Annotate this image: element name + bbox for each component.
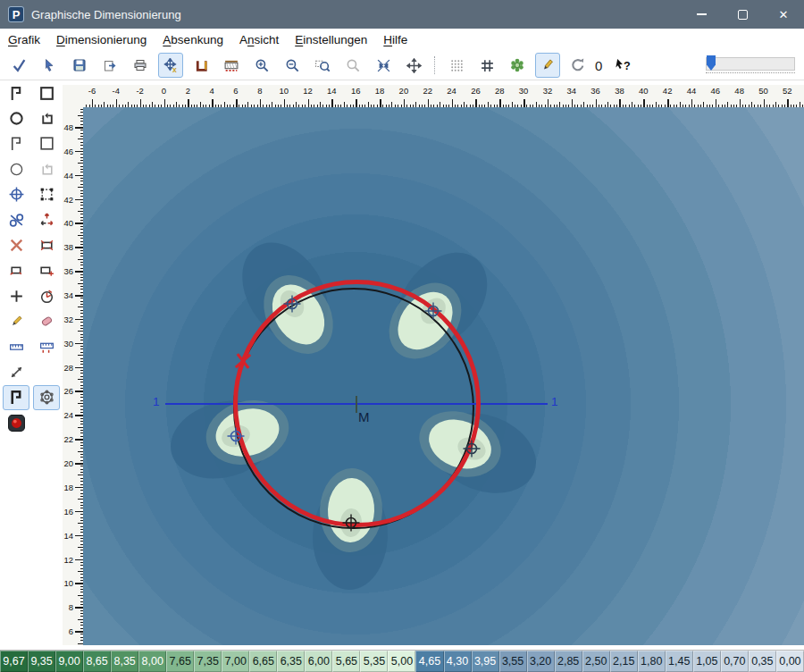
well-crosshair: [281, 292, 304, 319]
ruler-marks-icon: [38, 339, 55, 356]
ruler-label: 4: [210, 86, 214, 96]
zoom-window-icon: [314, 58, 331, 73]
ruler-label: 32: [543, 86, 553, 96]
ruler-label: 16: [351, 86, 361, 96]
edit-rectangle-tool[interactable]: [33, 131, 60, 156]
ruler-tick: [404, 99, 406, 107]
ruler-tick: [260, 99, 262, 107]
well-gear-tool[interactable]: [33, 385, 60, 410]
ruler-label: -2: [136, 86, 143, 96]
print-button[interactable]: [128, 53, 153, 78]
drawdown-table-button[interactable]: [219, 53, 244, 78]
zoom-previous-button[interactable]: [340, 53, 365, 78]
svg-text:x: x: [172, 64, 177, 72]
save-button[interactable]: [67, 53, 92, 78]
slider-track[interactable]: [706, 57, 795, 71]
ruler-tick: [75, 559, 83, 561]
polygon-flag-icon: [8, 389, 25, 406]
circle-icon: [8, 161, 25, 178]
extend-rect-tool[interactable]: [3, 258, 29, 283]
apply-button[interactable]: [6, 53, 31, 78]
ruler-tick: [380, 99, 381, 107]
target-icon: [8, 186, 25, 203]
add-point-tool[interactable]: [3, 283, 29, 308]
edit-circle-tool[interactable]: [3, 156, 29, 181]
menu-item-grafik[interactable]: Grafik: [0, 29, 48, 51]
export-button[interactable]: [97, 53, 122, 78]
zoom-in-button[interactable]: [249, 53, 274, 78]
ruler-tick: [499, 99, 501, 107]
ruler-label: 26: [471, 86, 481, 96]
zoom-out-button[interactable]: [280, 53, 305, 78]
legend-cell: 0,70: [721, 651, 749, 672]
angle-tool[interactable]: [33, 283, 60, 308]
ruler-tick: [475, 99, 477, 107]
menu-item-ansicht[interactable]: Ansicht: [231, 29, 287, 51]
pencil-tool[interactable]: [3, 309, 29, 334]
menu-item-einstellungen[interactable]: Einstellungen: [287, 29, 375, 51]
delete-tool[interactable]: [3, 233, 29, 258]
polygon-select-tool[interactable]: [3, 385, 29, 410]
measure-marks-tool[interactable]: [33, 334, 60, 359]
menu-item-dimensionierung[interactable]: Dimensionierung: [48, 29, 155, 51]
ruler-tick: [523, 99, 525, 107]
align-tool[interactable]: [33, 207, 60, 232]
profile-button[interactable]: [188, 53, 214, 78]
add-rect-tool[interactable]: [33, 258, 60, 283]
tool-sidebar: [0, 80, 63, 650]
vertical-ruler: 4846444240383634323028262422201816141210…: [63, 107, 83, 645]
toolbar: x 0 ?: [0, 51, 804, 80]
rotation-counter: 0: [595, 58, 602, 73]
center-point-tool[interactable]: [3, 182, 29, 207]
ruler-label: 30: [63, 338, 73, 348]
rotate-square-icon: [38, 110, 55, 127]
maximize-button[interactable]: [722, 0, 763, 29]
snap-grid-button[interactable]: [444, 53, 469, 78]
context-help-button[interactable]: ?: [610, 53, 635, 78]
rotate-shape-tool[interactable]: [33, 106, 60, 131]
minimize-button[interactable]: [681, 0, 722, 29]
recalculate-button[interactable]: [505, 53, 530, 78]
drawing-canvas[interactable]: 11M: [83, 107, 804, 645]
ruler-label: 32: [63, 314, 73, 323]
pencil-icon: [8, 313, 25, 330]
diagonal-measure-tool[interactable]: [3, 359, 29, 384]
move-point-button[interactable]: x: [158, 53, 183, 78]
ruler-tick: [75, 607, 83, 609]
zoom-fit-button[interactable]: [371, 53, 396, 78]
record-indicator[interactable]: [3, 410, 29, 435]
menu-item-hilfe[interactable]: Hilfe: [375, 29, 415, 51]
ruler-tick: [75, 487, 83, 489]
unlink-tool[interactable]: [3, 207, 29, 232]
handles-rect-icon: [38, 186, 55, 203]
legend-cell: 9,67: [0, 651, 28, 672]
zoom-window-button[interactable]: [310, 53, 335, 78]
rotate-button[interactable]: [565, 53, 590, 78]
close-button[interactable]: ✕: [763, 0, 804, 29]
edit-polygon-tool[interactable]: [3, 131, 29, 156]
transparency-slider[interactable]: [706, 54, 795, 77]
eraser-tool[interactable]: [33, 309, 60, 334]
trim-rect-tool[interactable]: [33, 233, 60, 258]
ruler-label: 48: [63, 122, 73, 132]
legend-cell: 6,65: [249, 651, 277, 672]
rect-plus-icon: [38, 262, 55, 279]
pan-button[interactable]: [401, 53, 426, 78]
draw-circle-tool[interactable]: [3, 106, 29, 131]
draw-polygon-tool[interactable]: [3, 80, 29, 105]
legend-cell: 0,00: [776, 651, 804, 672]
ruler-tick: [75, 535, 83, 537]
legend-cell: 9,00: [55, 651, 83, 672]
edit-marker-button[interactable]: [535, 53, 560, 78]
red-x-icon: [8, 237, 25, 254]
measure-tool[interactable]: [3, 334, 29, 359]
grid-button[interactable]: [474, 53, 499, 78]
menu-item-absenkung[interactable]: Absenkung: [155, 29, 231, 51]
circle-icon: [8, 110, 25, 127]
paste-shape-tool[interactable]: [33, 156, 60, 181]
select-handles-tool[interactable]: [33, 182, 60, 207]
draw-rectangle-tool[interactable]: [33, 80, 60, 105]
select-cursor-button[interactable]: [37, 53, 62, 78]
ruler-tick: [236, 99, 238, 107]
legend-cell: 5,35: [360, 651, 388, 672]
